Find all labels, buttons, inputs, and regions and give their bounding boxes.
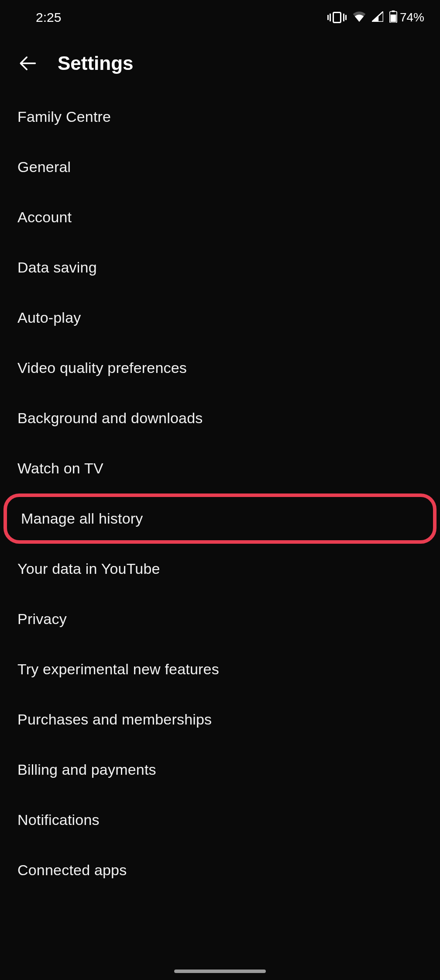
status-right: 74% (327, 10, 424, 24)
svg-rect-2 (391, 14, 396, 22)
settings-item-connected-apps[interactable]: Connected apps (0, 845, 440, 895)
settings-item-auto-play[interactable]: Auto-play (0, 293, 440, 343)
settings-item-family-centre[interactable]: Family Centre (0, 92, 440, 142)
settings-item-account[interactable]: Account (0, 192, 440, 242)
vibrate-icon (327, 12, 347, 23)
settings-item-experimental[interactable]: Try experimental new features (0, 644, 440, 694)
signal-icon (372, 11, 383, 24)
battery-status: 74% (389, 10, 424, 24)
arrow-left-icon (18, 54, 37, 72)
settings-item-manage-history[interactable]: Manage all history (7, 497, 433, 540)
header: Settings (0, 31, 440, 92)
settings-item-purchases[interactable]: Purchases and memberships (0, 694, 440, 745)
settings-item-watch-on-tv[interactable]: Watch on TV (0, 443, 440, 493)
settings-item-data-saving[interactable]: Data saving (0, 242, 440, 293)
settings-item-notifications[interactable]: Notifications (0, 795, 440, 845)
settings-item-background-downloads[interactable]: Background and downloads (0, 393, 440, 443)
back-button[interactable] (18, 54, 37, 72)
settings-list: Family Centre General Account Data savin… (0, 92, 440, 895)
settings-item-billing[interactable]: Billing and payments (0, 745, 440, 795)
settings-item-your-data[interactable]: Your data in YouTube (0, 544, 440, 594)
battery-percentage: 74% (400, 10, 424, 24)
status-time: 2:25 (36, 10, 61, 25)
wifi-icon (353, 11, 366, 24)
settings-item-general[interactable]: General (0, 142, 440, 192)
status-bar: 2:25 (0, 0, 440, 31)
battery-icon (389, 10, 397, 24)
page-title: Settings (58, 52, 134, 74)
home-indicator[interactable] (174, 970, 266, 973)
highlight-annotation: Manage all history (3, 493, 437, 544)
settings-item-privacy[interactable]: Privacy (0, 594, 440, 644)
settings-item-video-quality[interactable]: Video quality preferences (0, 343, 440, 393)
